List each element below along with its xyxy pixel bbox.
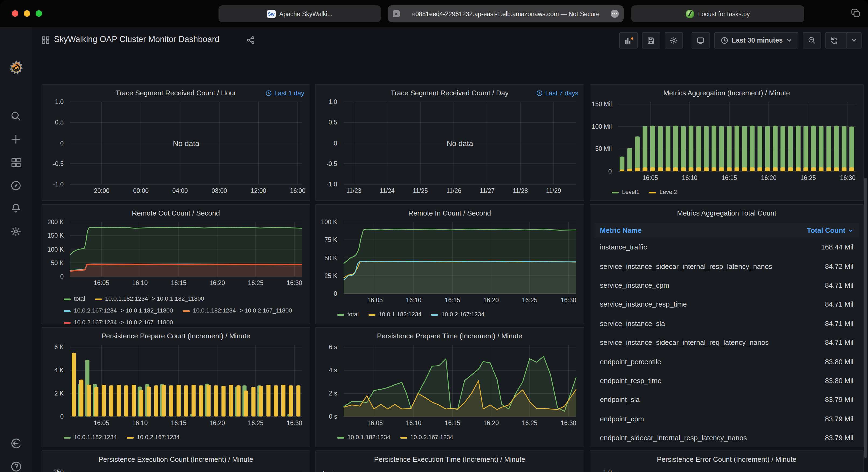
legend-item[interactable]: 10.0.1.182:1234	[64, 431, 117, 443]
legend-item[interactable]: 10.0.1.182:1234	[368, 308, 422, 320]
legend-item[interactable]: 10.0.2.167:1234	[431, 308, 485, 320]
tab-more-icon[interactable]: •••	[611, 10, 619, 18]
panel-title[interactable]: Persistence Prepare Time (Increment) / M…	[316, 328, 584, 340]
total-count-cell: 84.71 Mil	[825, 300, 854, 308]
dashboard-settings-button[interactable]	[664, 32, 683, 48]
refresh-interval-dropdown[interactable]	[846, 32, 861, 48]
table-row[interactable]: service_instance_cpm84.71 Mil	[594, 276, 859, 295]
y-axis-labels: 1.00.50-0.5-1.0	[316, 102, 340, 184]
alerting-bell-icon[interactable]	[0, 198, 32, 218]
browser-tab-skywalking[interactable]: Sw Apache SkyWalki...	[218, 5, 381, 22]
panel-title[interactable]: Metrics Aggregation Total Count	[590, 205, 863, 217]
y-tick-label: 0	[334, 140, 337, 146]
chart-execution-time[interactable]	[344, 468, 576, 472]
legend-item[interactable]: 10.0.2.167:1234 -> 10.0.1.182_11800	[64, 304, 173, 316]
metric-name-cell: endpoint_cpm	[600, 415, 644, 423]
explore-compass-icon[interactable]	[0, 176, 32, 195]
add-panel-button[interactable]	[619, 32, 638, 48]
legend-item[interactable]: total	[337, 308, 359, 320]
chart-metrics-aggregation[interactable]	[618, 102, 856, 171]
legend-item[interactable]: 10.0.1.182:1234 -> 10.0.2.167_11800	[183, 304, 292, 316]
sign-in-icon[interactable]	[0, 434, 32, 453]
x-tick-label: 16:15	[445, 420, 460, 426]
column-total-count[interactable]: Total Count	[807, 226, 854, 234]
close-window-button[interactable]	[12, 10, 18, 17]
grafana-logo[interactable]	[0, 58, 32, 77]
save-dashboard-button[interactable]	[642, 32, 660, 48]
panel-title[interactable]: Persistence Prepare Count (Increment) / …	[42, 328, 310, 340]
y-tick-label: 75 K	[324, 237, 337, 243]
y-tick-label: 2 K	[54, 390, 64, 397]
time-range-label: Last 30 minutes	[732, 37, 783, 44]
y-tick-label: -1.0	[53, 181, 64, 188]
y-tick-label: 150 K	[48, 233, 64, 239]
legend: Level1Level2	[612, 186, 860, 198]
x-tick-label: 16:00	[290, 188, 306, 194]
locust-icon	[686, 9, 694, 18]
table-row[interactable]: service_instance_sidecar_internal_resp_l…	[594, 257, 859, 276]
minimize-window-button[interactable]	[24, 10, 30, 17]
table-row[interactable]: service_instance_sidecar_internal_req_la…	[594, 333, 859, 352]
y-tick-label: -0.5	[53, 161, 64, 167]
page-scrollbar[interactable]	[864, 178, 867, 458]
chart-execution-count[interactable]	[70, 468, 302, 472]
chart-trace-day[interactable]: No data	[344, 102, 576, 184]
table-row[interactable]: endpoint_percentile83.80 Mil	[594, 352, 859, 371]
legend-item[interactable]: 10.0.2.167:1234	[126, 431, 180, 443]
table-row[interactable]: service_instance_sla84.71 Mil	[594, 314, 859, 333]
legend-item[interactable]: total	[64, 293, 85, 304]
dashboard-title[interactable]: SkyWalking OAP Cluster Monitor Dashboard	[54, 34, 219, 44]
y-axis-labels: 250200	[42, 468, 67, 472]
legend-item[interactable]: 10.0.1.182:1234 -> 10.0.1.182_11800	[95, 293, 204, 304]
legend-item[interactable]: 10.0.2.167:1234 -> 10.0.2.167_11800	[64, 316, 173, 324]
chart-prepare-time[interactable]	[344, 345, 576, 416]
panel-title[interactable]: Persistence Execution Time (Increment) /…	[316, 451, 584, 463]
table-row[interactable]: endpoint_resp_time83.80 Mil	[594, 371, 859, 390]
chart-error-count[interactable]	[618, 468, 856, 472]
panel-title[interactable]: Persistence Execution Count (Increment) …	[42, 451, 310, 463]
table-row[interactable]: endpoint_sla83.79 Mil	[594, 390, 859, 409]
legend-item[interactable]: Level2	[649, 186, 677, 198]
time-range-picker[interactable]: Last 30 minutes	[714, 32, 798, 48]
chart-remote-out[interactable]	[70, 222, 302, 276]
y-tick-label: 0 s	[329, 413, 337, 420]
y-tick-label: 50 K	[51, 260, 64, 266]
chart-trace-hour[interactable]: No data	[70, 102, 302, 184]
create-plus-icon[interactable]	[0, 129, 32, 149]
metric-name-cell: endpoint_percentile	[600, 358, 661, 366]
browser-tab-active[interactable]: × e0881eed4-22961232.ap-east-1.elb.amazo…	[388, 5, 624, 22]
table-row[interactable]: instance_traffic168.44 Mil	[594, 238, 859, 257]
legend-item[interactable]: 10.0.1.182:1234	[337, 431, 390, 443]
panel-title[interactable]: Persistence Error Count (Increment) / Mi…	[590, 451, 863, 463]
refresh-button[interactable]	[826, 32, 843, 48]
table-row[interactable]: endpoint_cpm83.79 Mil	[594, 409, 859, 428]
panel-title[interactable]: Remote In Count / Second	[316, 205, 584, 217]
share-icon[interactable]	[247, 36, 255, 46]
panel-title[interactable]: Remote Out Count / Second	[42, 205, 310, 217]
zoom-window-button[interactable]	[36, 10, 42, 17]
total-count-cell: 83.80 Mil	[825, 377, 854, 385]
table-row[interactable]: endpoint_sidecar_internal_resp_latency_n…	[594, 428, 859, 447]
time-shift-badge[interactable]: Last 7 days	[536, 90, 578, 97]
dashboard-grid-icon[interactable]	[41, 36, 50, 46]
chart-remote-in[interactable]	[344, 222, 576, 294]
help-icon[interactable]	[0, 457, 32, 472]
column-metric-name[interactable]: Metric Name	[600, 226, 642, 234]
browser-tab-locust[interactable]: Locust for tasks.py	[631, 5, 804, 22]
tab-overview-icon[interactable]	[851, 8, 861, 18]
close-tab-icon[interactable]: ×	[393, 10, 400, 17]
search-icon[interactable]	[0, 106, 32, 126]
zoom-out-button[interactable]	[803, 32, 821, 48]
cycle-view-mode-button[interactable]	[691, 32, 710, 48]
x-tick-label: 16:15	[171, 420, 187, 426]
table-row[interactable]: service_instance_resp_time84.71 Mil	[594, 295, 859, 314]
configuration-gear-icon[interactable]	[0, 222, 32, 241]
time-shift-badge[interactable]: Last 1 day	[265, 90, 304, 97]
legend-item[interactable]: Level1	[612, 186, 640, 198]
y-tick-label: 1.0	[329, 99, 337, 105]
legend-swatch	[337, 437, 344, 438]
chart-prepare-count[interactable]	[70, 345, 302, 416]
panel-title[interactable]: Metrics Aggregation (Increment) / Minute	[590, 85, 863, 97]
legend-item[interactable]: 10.0.2.167:1234	[400, 431, 453, 443]
dashboards-icon[interactable]	[0, 153, 32, 172]
